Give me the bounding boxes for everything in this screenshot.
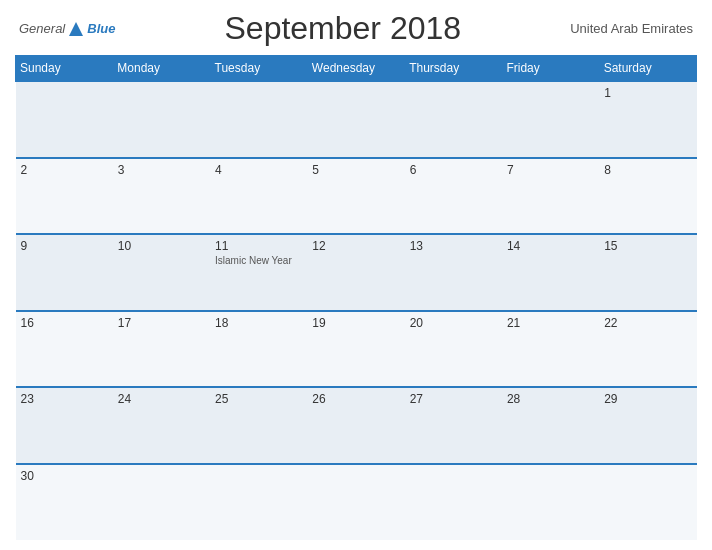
day-number: 5 [312, 163, 399, 177]
calendar-day-cell: 17 [113, 311, 210, 388]
logo-general: General [19, 21, 65, 36]
calendar-day-cell [113, 81, 210, 158]
calendar-day-cell: 19 [307, 311, 404, 388]
logo-icon [67, 20, 85, 38]
calendar-day-cell: 21 [502, 311, 599, 388]
logo-blue: Blue [87, 21, 115, 36]
calendar-week-row: 30 [16, 464, 697, 541]
day-number: 7 [507, 163, 594, 177]
calendar-day-cell: 29 [599, 387, 696, 464]
calendar-day-cell [405, 464, 502, 541]
calendar-day-cell [502, 81, 599, 158]
calendar-day-cell: 20 [405, 311, 502, 388]
calendar-day-cell: 30 [16, 464, 113, 541]
day-number: 4 [215, 163, 302, 177]
day-number: 27 [410, 392, 497, 406]
day-number: 22 [604, 316, 691, 330]
calendar-week-row: 16171819202122 [16, 311, 697, 388]
day-number: 14 [507, 239, 594, 253]
calendar-day-cell: 27 [405, 387, 502, 464]
weekday-header-tuesday: Tuesday [210, 56, 307, 82]
calendar-day-cell: 13 [405, 234, 502, 311]
day-number: 30 [21, 469, 108, 483]
svg-marker-0 [69, 22, 83, 36]
calendar-day-cell [599, 464, 696, 541]
weekday-header-monday: Monday [113, 56, 210, 82]
calendar-week-row: 91011Islamic New Year12131415 [16, 234, 697, 311]
day-number: 21 [507, 316, 594, 330]
day-number: 24 [118, 392, 205, 406]
calendar-body: 1234567891011Islamic New Year12131415161… [16, 81, 697, 540]
day-number: 15 [604, 239, 691, 253]
calendar-day-cell: 3 [113, 158, 210, 235]
calendar-day-cell [307, 81, 404, 158]
calendar-day-cell [502, 464, 599, 541]
calendar-day-cell: 1 [599, 81, 696, 158]
calendar-day-cell [405, 81, 502, 158]
day-number: 19 [312, 316, 399, 330]
calendar-day-cell: 8 [599, 158, 696, 235]
calendar-table: SundayMondayTuesdayWednesdayThursdayFrid… [15, 55, 697, 540]
weekday-header-sunday: Sunday [16, 56, 113, 82]
calendar-header-row: SundayMondayTuesdayWednesdayThursdayFrid… [16, 56, 697, 82]
calendar-day-cell: 12 [307, 234, 404, 311]
weekday-header-saturday: Saturday [599, 56, 696, 82]
day-number: 2 [21, 163, 108, 177]
calendar-wrapper: General Blue September 2018 United Arab … [0, 0, 712, 550]
calendar-day-cell: 24 [113, 387, 210, 464]
calendar-day-cell: 16 [16, 311, 113, 388]
calendar-day-cell: 6 [405, 158, 502, 235]
calendar-day-cell [307, 464, 404, 541]
day-number: 29 [604, 392, 691, 406]
calendar-day-cell: 28 [502, 387, 599, 464]
day-number: 8 [604, 163, 691, 177]
calendar-day-cell: 26 [307, 387, 404, 464]
calendar-week-row: 1 [16, 81, 697, 158]
calendar-day-cell: 2 [16, 158, 113, 235]
calendar-day-cell: 15 [599, 234, 696, 311]
weekday-header-friday: Friday [502, 56, 599, 82]
calendar-week-row: 2345678 [16, 158, 697, 235]
day-number: 9 [21, 239, 108, 253]
country-name: United Arab Emirates [570, 21, 693, 36]
calendar-day-cell [113, 464, 210, 541]
calendar-day-cell: 4 [210, 158, 307, 235]
weekday-header-thursday: Thursday [405, 56, 502, 82]
event-label: Islamic New Year [215, 255, 302, 266]
calendar-day-cell: 23 [16, 387, 113, 464]
month-title: September 2018 [115, 10, 570, 47]
calendar-header: General Blue September 2018 United Arab … [15, 10, 697, 47]
day-number: 6 [410, 163, 497, 177]
calendar-day-cell: 7 [502, 158, 599, 235]
calendar-day-cell: 9 [16, 234, 113, 311]
day-number: 12 [312, 239, 399, 253]
day-number: 18 [215, 316, 302, 330]
day-number: 17 [118, 316, 205, 330]
day-number: 16 [21, 316, 108, 330]
day-number: 20 [410, 316, 497, 330]
calendar-day-cell: 5 [307, 158, 404, 235]
calendar-day-cell [210, 81, 307, 158]
day-number: 3 [118, 163, 205, 177]
day-number: 28 [507, 392, 594, 406]
day-number: 1 [604, 86, 691, 100]
day-number: 13 [410, 239, 497, 253]
day-number: 26 [312, 392, 399, 406]
calendar-day-cell: 25 [210, 387, 307, 464]
calendar-day-cell: 10 [113, 234, 210, 311]
day-number: 25 [215, 392, 302, 406]
calendar-day-cell: 14 [502, 234, 599, 311]
calendar-day-cell: 11Islamic New Year [210, 234, 307, 311]
calendar-week-row: 23242526272829 [16, 387, 697, 464]
calendar-day-cell: 18 [210, 311, 307, 388]
calendar-day-cell: 22 [599, 311, 696, 388]
day-number: 23 [21, 392, 108, 406]
logo: General Blue [19, 20, 115, 38]
calendar-day-cell [16, 81, 113, 158]
day-number: 11 [215, 239, 302, 253]
weekday-header-wednesday: Wednesday [307, 56, 404, 82]
day-number: 10 [118, 239, 205, 253]
calendar-day-cell [210, 464, 307, 541]
